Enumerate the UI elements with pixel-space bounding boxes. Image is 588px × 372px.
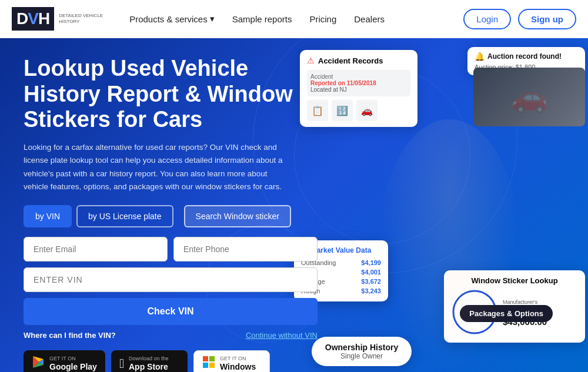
- logo[interactable]: DVH DETAILED VEHICLE HISTORY: [12, 7, 106, 31]
- nav-actions: Login Sign up: [463, 9, 576, 29]
- accident-location: Located at NJ: [310, 86, 407, 93]
- apple-icon: : [119, 356, 124, 371]
- nav-dealers[interactable]: Dealers: [354, 14, 385, 24]
- auction-title: Auction record found!: [487, 52, 562, 61]
- windows-button[interactable]: GET IT ON Windows: [193, 350, 270, 372]
- tab-window-sticker[interactable]: Search Window sticker: [184, 205, 291, 227]
- google-play-icon: [32, 356, 45, 372]
- auction-warning-icon: 🔔: [475, 52, 485, 61]
- hero-section: Lookup Used Vehicle History Report & Win…: [0, 38, 588, 372]
- auction-header: 🔔 Auction record found!: [475, 52, 578, 61]
- phone-field[interactable]: [173, 237, 318, 262]
- accident-header: ⚠ Accident Records: [307, 56, 410, 65]
- hero-left: Lookup Used Vehicle History Report & Win…: [24, 56, 318, 372]
- nav-products[interactable]: Products & services ▾: [129, 14, 215, 24]
- email-field[interactable]: [24, 237, 168, 262]
- windows-icon: [202, 356, 215, 372]
- accident-label: Accident: [310, 73, 407, 80]
- svg-rect-7: [209, 363, 215, 368]
- logo-icon: DVH: [12, 7, 54, 31]
- accident-title: Accident Records: [318, 56, 383, 65]
- accident-record: Accident Reported on 11/05/2018 Located …: [307, 70, 410, 96]
- logo-subtitle: DETAILED VEHICLE HISTORY: [59, 13, 106, 25]
- car-damage-image: 🚗: [473, 68, 585, 126]
- svg-rect-4: [203, 356, 208, 361]
- hero-description: Looking for a carfax alternative for use…: [24, 141, 294, 193]
- continue-without-vin[interactable]: Continue without VIN: [246, 331, 318, 340]
- form-top-row: [24, 237, 318, 262]
- odometer-icon: 🔢: [332, 100, 353, 121]
- navbar: DVH DETAILED VEHICLE HISTORY Products & …: [0, 0, 588, 38]
- woman-image: [379, 119, 520, 372]
- app-store-button[interactable]:  Download on the App Store: [111, 350, 188, 372]
- hero-right: ⚠ Accident Records Accident Reported on …: [282, 38, 588, 372]
- login-button[interactable]: Login: [463, 9, 511, 29]
- accident-icons-row: 📋 🔢 🚗: [307, 100, 410, 121]
- nav-sample-reports[interactable]: Sample reports: [232, 14, 292, 24]
- windows-text: GET IT ON Windows: [220, 356, 256, 372]
- accident-reported: Reported on 11/05/2018: [310, 80, 407, 86]
- nav-pricing[interactable]: Pricing: [309, 14, 336, 24]
- hero-title: Lookup Used Vehicle History Report & Win…: [24, 56, 318, 133]
- vin-input[interactable]: [24, 267, 318, 292]
- tab-license-plate[interactable]: by US License plate: [76, 205, 173, 227]
- google-play-text: GET IT ON Google Play: [49, 356, 97, 372]
- search-tabs: by VIN by US License plate Search Window…: [24, 205, 318, 227]
- car-icon: 🚗: [511, 80, 547, 114]
- app-store-text: Download on the App Store: [129, 356, 169, 372]
- store-buttons: GET IT ON Google Play  Download on the …: [24, 350, 318, 372]
- google-play-button[interactable]: GET IT ON Google Play: [24, 350, 105, 372]
- accident-records-card: ⚠ Accident Records Accident Reported on …: [300, 50, 417, 127]
- damage-icon: 🚗: [356, 100, 377, 121]
- svg-rect-6: [203, 363, 208, 368]
- svg-rect-5: [209, 356, 215, 361]
- form-footer: Where can I find the VIN? Continue witho…: [24, 331, 318, 340]
- where-vin-label: Where can I find the VIN?: [24, 331, 116, 340]
- check-vin-button[interactable]: Check VIN: [24, 298, 318, 325]
- signup-button[interactable]: Sign up: [518, 9, 576, 29]
- nav-links: Products & services ▾ Sample reports Pri…: [129, 14, 463, 24]
- tab-vin[interactable]: by VIN: [24, 205, 72, 227]
